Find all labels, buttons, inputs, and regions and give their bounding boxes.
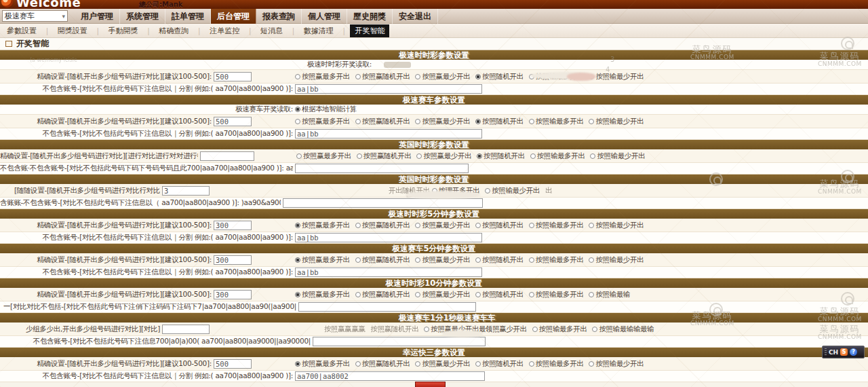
exclude-accounts-input[interactable] (295, 164, 469, 173)
form-row: 精确设置-[随机开出多少组号码进行对比][进行对比进行对对进行行对]按照赢最多开… (0, 149, 868, 163)
nav-tab[interactable]: 报表查詢 (256, 9, 302, 24)
radio-option[interactable]: 按照赢最多开出 (295, 221, 350, 230)
radio-option[interactable]: 按照输最多开出 (530, 151, 585, 161)
subnav-item[interactable]: 手動開獎 (104, 26, 142, 36)
radio-option[interactable]: 按照输最少开出 (589, 117, 644, 126)
radio-option[interactable]: 按照赢随机开出 (357, 151, 412, 161)
radio-option[interactable]: 按照赢随机开出 (371, 325, 419, 334)
form-row: 不包含账号-[对比不包括此号码下注信息以｜分割 例如:( aa700|aa800… (0, 232, 868, 244)
exclude-accounts-input[interactable] (295, 84, 482, 94)
spacer (254, 76, 293, 77)
subnav-item[interactable]: 數據清理 (300, 26, 338, 36)
radio-option[interactable]: 按照赢赢赢赢 (324, 325, 366, 334)
radio-option[interactable]: 按照随机开出 (475, 221, 524, 230)
radio-option[interactable]: 按照赢最少开出 (416, 151, 471, 161)
nav-tab[interactable]: 歷史開獎 (347, 9, 393, 24)
radio-option[interactable]: 按照赢最多开出 (295, 72, 350, 81)
compare-count-input[interactable] (214, 290, 252, 299)
nav-tab[interactable]: 后台管理 (211, 9, 256, 24)
radio-option[interactable]: 按照输最少开出 (589, 255, 644, 265)
radio-option[interactable]: 按照赢最少开出 (415, 290, 470, 299)
radio-option[interactable]: 按照输最少开出 (589, 221, 644, 230)
radio-option[interactable]: 按照随机开出 (475, 72, 524, 81)
radio-option[interactable]: 按照赢最少开出最领照赢少开出 (424, 325, 526, 334)
radio-option[interactable]: 按照赢随机开出 (355, 359, 410, 369)
radio-option[interactable]: 按照输最多开出 (529, 221, 584, 230)
compare-count-input[interactable] (200, 151, 254, 161)
subnav-item[interactable]: 开奖智能 (350, 24, 389, 37)
nav-tab[interactable]: 用户管理 (75, 9, 120, 24)
exclude-accounts-input[interactable] (283, 198, 483, 208)
exclude-accounts-input[interactable] (295, 268, 482, 277)
subnav-item[interactable]: 注单监控 (205, 26, 243, 36)
radio-option[interactable]: 按照输最多开出 (529, 290, 584, 299)
radio-option[interactable]: 按照赢随机开出 (355, 221, 410, 230)
radio-option[interactable]: 按照随机开出 (475, 255, 524, 265)
radio-option[interactable]: 按照赢最少开出 (415, 117, 470, 126)
nav-tab[interactable]: 安全退出 (393, 9, 438, 24)
ime-language-label[interactable]: CH (829, 349, 838, 356)
lottery-select[interactable]: 极速赛车 ▾ (2, 10, 68, 22)
nav-tab[interactable]: 個人管理 (302, 9, 347, 24)
radio-option[interactable]: 按照随机开出 (475, 290, 524, 299)
ime-help-icon[interactable]: ? (850, 348, 857, 356)
compare-count-input[interactable] (214, 255, 252, 265)
compare-count-input[interactable] (214, 359, 252, 369)
ime-toolbar[interactable]: CH S ? (822, 346, 865, 358)
exclude-accounts-input[interactable] (313, 337, 486, 346)
radio-option[interactable]: 按照输最多开出 (529, 72, 584, 81)
radio-option[interactable]: 按照赢最少开出 (415, 221, 470, 230)
compare-count-input[interactable] (214, 221, 252, 230)
radio-option[interactable]: 按照赢随机开出 (355, 290, 410, 299)
radio-option[interactable]: 按照输最少开出 (589, 359, 644, 369)
radio-label: 按照赢最多开出 (302, 117, 350, 126)
radio-option[interactable]: 按照赢最多开出 (295, 255, 350, 265)
radio-label: 按照输最输输最输 (599, 325, 654, 334)
radio-option[interactable]: 按照赢最少开出 (415, 72, 470, 81)
exclude-accounts-input[interactable] (295, 233, 482, 242)
radio-option[interactable]: 按照输最输 (589, 290, 630, 299)
radio-option[interactable]: 按照输最多开出 (529, 117, 584, 126)
radio-option[interactable]: 按照赢最多开出 (296, 151, 351, 161)
radio-option[interactable]: 按照赢最多开出 (295, 290, 350, 299)
radio-option[interactable]: 按照随机开出 (477, 151, 525, 161)
radio-option[interactable]: 按照输最少开出 (590, 151, 645, 161)
spacer (254, 121, 293, 122)
field-label: 含账账-不包含账号-[对比不包括此号码下注信息以（ aa700|aa800|aa… (0, 198, 281, 208)
ime-drag-handle-icon[interactable] (825, 348, 827, 356)
exclude-accounts-input[interactable] (295, 129, 482, 139)
radio-option[interactable]: 按照赢随机开出 (355, 72, 410, 81)
compare-count-input[interactable] (162, 186, 210, 196)
radio-option[interactable]: 根据本地智能计算 (295, 105, 357, 114)
lottery-select-value: 极速赛车 (5, 11, 35, 21)
radio-option[interactable]: 按照输最少开出 (485, 186, 540, 196)
nav-tab[interactable]: 系统管理 (120, 9, 165, 24)
exclude-accounts-input[interactable] (295, 371, 485, 381)
radio-option[interactable]: 按照输最输输最输 (592, 325, 654, 334)
ime-sogou-icon[interactable]: S (840, 348, 848, 356)
radio-option[interactable]: 按照随机开出 (475, 117, 524, 126)
exclude-accounts-input[interactable] (298, 302, 476, 312)
radio-label: 根据本地智能计算 (302, 105, 357, 114)
subnav-item[interactable]: 開獎設置 (54, 26, 92, 36)
radio-option[interactable]: 按照输最多开出 (529, 255, 584, 265)
subnav-item[interactable]: 短消息 (256, 26, 287, 36)
confirm-button[interactable] (415, 382, 446, 387)
radio-option[interactable]: 按照输最多开出 (529, 359, 584, 369)
nav-tab[interactable]: 註单管理 (165, 9, 211, 24)
subnav-item[interactable]: 參數設置 (3, 26, 41, 36)
radio-option[interactable]: 按照赢随机开出 (355, 117, 410, 126)
subnav-item[interactable]: 精确查詢 (155, 26, 193, 36)
compare-count-input[interactable] (214, 117, 252, 126)
radio-option[interactable]: 按照输最少开出 (589, 72, 644, 81)
radio-option[interactable]: 按理开多开出 (432, 186, 480, 196)
radio-option[interactable]: 按照赢最多开出 (295, 117, 350, 126)
radio-option[interactable]: 按照赢最少开出 (415, 359, 470, 369)
compare-count-input[interactable] (162, 325, 210, 334)
radio-option[interactable]: 按照赢最少开出 (415, 255, 470, 265)
radio-option[interactable]: 按照输最多开出 (532, 325, 587, 334)
radio-option[interactable]: 按照赢最多开出 (295, 359, 350, 369)
radio-option[interactable]: 按照赢随机开出 (355, 255, 410, 265)
compare-count-input[interactable] (214, 72, 252, 81)
radio-option[interactable]: 按照随机开出 (475, 359, 524, 369)
